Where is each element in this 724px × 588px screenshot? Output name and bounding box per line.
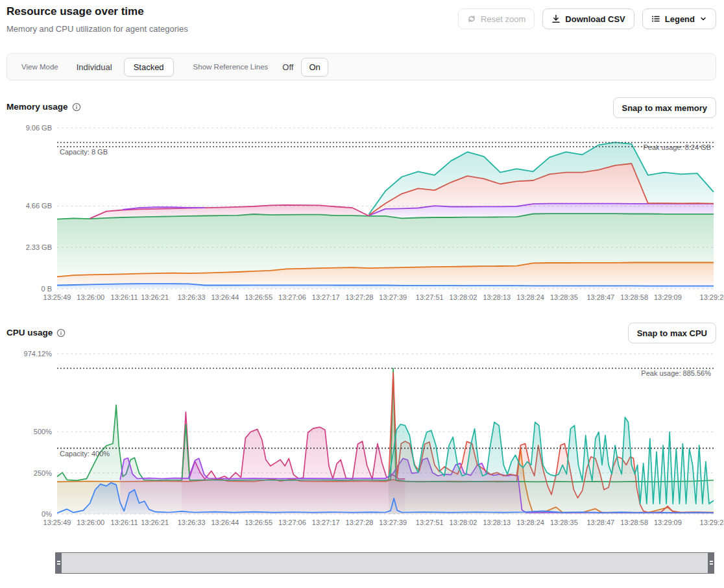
refresh-icon xyxy=(467,14,476,23)
page-subtitle: Memory and CPU utilization for agent cat… xyxy=(6,24,188,34)
svg-text:9.06 GB: 9.06 GB xyxy=(26,124,52,132)
brush-handle-left[interactable] xyxy=(55,552,62,574)
svg-text:13:27:06: 13:27:06 xyxy=(278,519,306,526)
svg-text:4.66 GB: 4.66 GB xyxy=(26,202,52,210)
cpu-usage-heading: CPU usage xyxy=(6,328,53,337)
svg-text:13:27:28: 13:27:28 xyxy=(346,293,374,301)
svg-text:13:26:21: 13:26:21 xyxy=(141,293,169,301)
svg-text:13:28:02: 13:28:02 xyxy=(450,519,477,526)
svg-text:974.12%: 974.12% xyxy=(24,350,53,358)
svg-text:13:26:44: 13:26:44 xyxy=(211,519,239,526)
chevron-down-icon xyxy=(699,15,707,23)
memory-section-title: Memory usage xyxy=(6,102,81,112)
cpu-section-title: CPU usage xyxy=(6,328,66,337)
svg-text:13:25:49: 13:25:49 xyxy=(43,519,71,526)
svg-text:13:27:39: 13:27:39 xyxy=(379,293,407,301)
cpu-usage-chart[interactable]: 974.12%500%250%0%13:25:4913:26:0013:26:1… xyxy=(0,348,724,531)
svg-text:13:27:51: 13:27:51 xyxy=(416,293,444,301)
download-icon xyxy=(551,14,561,23)
svg-text:13:28:02: 13:28:02 xyxy=(450,293,477,301)
view-mode-option-stacked[interactable]: Stacked xyxy=(124,58,174,77)
svg-text:13:26:00: 13:26:00 xyxy=(77,293,104,301)
page-title: Resource usage over time xyxy=(6,5,144,18)
legend-label: Legend xyxy=(665,14,695,24)
svg-text:Peak usage: 885.56%: Peak usage: 885.56% xyxy=(641,369,711,377)
svg-text:13:27:51: 13:27:51 xyxy=(416,519,444,526)
svg-text:13:27:17: 13:27:17 xyxy=(312,519,340,526)
svg-text:13:26:11: 13:26:11 xyxy=(111,293,138,301)
download-csv-button[interactable]: Download CSV xyxy=(542,8,634,29)
view-controls-bar: View Mode Individual Stacked Show Refere… xyxy=(6,53,716,80)
show-reference-lines-label: Show Reference Lines xyxy=(193,63,269,71)
list-icon xyxy=(651,14,660,23)
svg-text:13:27:39: 13:27:39 xyxy=(379,519,407,526)
reference-option-on[interactable]: On xyxy=(301,58,328,77)
svg-text:0%: 0% xyxy=(42,510,52,518)
resource-usage-page: Resource usage over time Memory and CPU … xyxy=(0,0,724,588)
svg-text:250%: 250% xyxy=(34,469,52,477)
view-mode-label: View Mode xyxy=(21,63,58,71)
brush-handle-right[interactable] xyxy=(708,552,714,574)
svg-text:13:25:49: 13:25:49 xyxy=(43,293,71,301)
svg-text:13:28:35: 13:28:35 xyxy=(550,293,578,301)
svg-text:Capacity: 8 GB: Capacity: 8 GB xyxy=(60,148,108,156)
download-csv-label: Download CSV xyxy=(565,14,625,24)
svg-text:13:26:55: 13:26:55 xyxy=(245,293,272,301)
svg-text:13:26:21: 13:26:21 xyxy=(141,519,169,526)
svg-text:13:28:35: 13:28:35 xyxy=(550,519,578,526)
svg-text:13:27:28: 13:27:28 xyxy=(346,519,374,526)
memory-usage-chart[interactable]: 9.06 GB4.66 GB2.33 GB0 B13:25:4913:26:00… xyxy=(0,123,724,306)
svg-text:13:28:13: 13:28:13 xyxy=(483,519,511,526)
legend-button[interactable]: Legend xyxy=(642,8,716,29)
reference-option-off[interactable]: Off xyxy=(282,62,293,72)
info-icon[interactable] xyxy=(72,103,81,112)
svg-text:13:28:13: 13:28:13 xyxy=(483,293,511,301)
svg-text:13:28:47: 13:28:47 xyxy=(586,519,614,526)
view-mode-option-individual[interactable]: Individual xyxy=(77,62,112,72)
svg-text:13:28:24: 13:28:24 xyxy=(516,293,544,301)
svg-text:13:28:58: 13:28:58 xyxy=(620,293,648,301)
svg-text:500%: 500% xyxy=(34,428,52,435)
svg-text:13:28:47: 13:28:47 xyxy=(586,293,614,301)
svg-text:13:26:55: 13:26:55 xyxy=(245,519,272,526)
svg-text:Peak usage: 8.24 GB: Peak usage: 8.24 GB xyxy=(643,143,711,151)
svg-text:13:29:24: 13:29:24 xyxy=(700,519,724,526)
svg-text:13:26:44: 13:26:44 xyxy=(211,293,239,301)
toolbar: Reset zoom Download CSV Legend xyxy=(458,8,716,29)
reset-zoom-label: Reset zoom xyxy=(481,14,525,24)
time-range-brush[interactable] xyxy=(55,552,714,574)
svg-text:13:28:24: 13:28:24 xyxy=(516,519,544,526)
svg-text:13:28:58: 13:28:58 xyxy=(620,519,648,526)
svg-text:13:27:06: 13:27:06 xyxy=(278,293,306,301)
svg-text:Capacity: 400%: Capacity: 400% xyxy=(60,450,110,458)
reset-zoom-button[interactable]: Reset zoom xyxy=(458,8,535,29)
info-icon[interactable] xyxy=(56,328,66,337)
svg-text:13:29:09: 13:29:09 xyxy=(654,293,682,301)
svg-text:13:26:11: 13:26:11 xyxy=(111,519,138,526)
snap-to-max-cpu-button[interactable]: Snap to max CPU xyxy=(628,323,716,343)
svg-text:13:29:09: 13:29:09 xyxy=(654,519,682,526)
svg-text:13:29:24: 13:29:24 xyxy=(700,293,724,301)
memory-usage-heading: Memory usage xyxy=(6,102,68,112)
svg-text:13:26:00: 13:26:00 xyxy=(77,519,104,526)
svg-text:0 B: 0 B xyxy=(41,285,52,293)
svg-text:2.33 GB: 2.33 GB xyxy=(26,243,52,251)
svg-text:13:27:17: 13:27:17 xyxy=(312,293,340,301)
svg-text:13:26:33: 13:26:33 xyxy=(178,519,206,526)
snap-to-max-memory-button[interactable]: Snap to max memory xyxy=(613,97,717,118)
svg-text:13:26:33: 13:26:33 xyxy=(178,293,206,301)
